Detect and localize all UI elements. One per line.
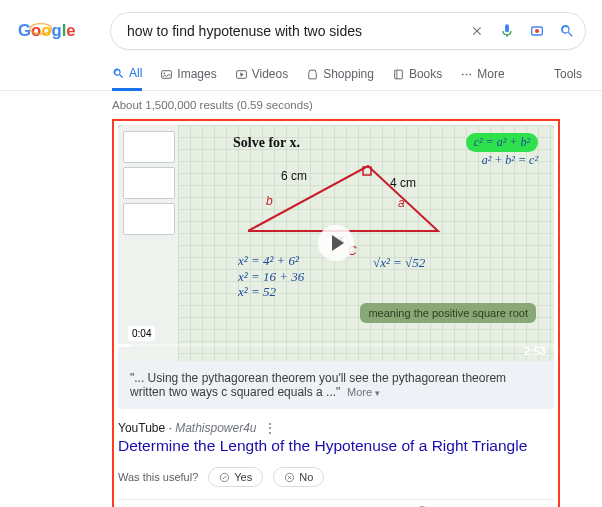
source-author: Mathispower4u	[175, 421, 256, 435]
lens-icon[interactable]	[529, 23, 545, 39]
more-link[interactable]: More	[347, 386, 380, 398]
svg-point-3	[535, 29, 539, 33]
search-tabs: All Images Videos Shopping Books More To…	[0, 58, 602, 91]
svg-point-9	[462, 73, 464, 75]
tools-link[interactable]: Tools	[554, 59, 582, 89]
progress-bar[interactable]	[118, 344, 554, 347]
tab-books[interactable]: Books	[392, 59, 442, 89]
search-box[interactable]	[110, 12, 586, 50]
tab-label: Images	[177, 67, 216, 81]
side-b: b	[266, 195, 273, 207]
current-time-badge: 0:04	[128, 326, 155, 341]
tab-videos[interactable]: Videos	[235, 59, 288, 89]
feedback-row: Was this useful? Yes No	[118, 467, 554, 487]
svg-point-11	[470, 73, 472, 75]
search-input[interactable]	[125, 22, 463, 40]
slide-thumb	[123, 131, 175, 163]
tab-label: Shopping	[323, 67, 374, 81]
result-source: YouTube · Mathispower4u ⋮	[118, 421, 554, 435]
svg-point-5	[164, 72, 166, 74]
math-work: x² = 4² + 6² x² = 16 + 36 x² = 52	[238, 253, 304, 300]
x-circle-icon	[284, 472, 295, 483]
svg-point-10	[466, 73, 468, 75]
video-preview[interactable]: Solve for x. c² = a² + b² a² + b² = c² 6…	[118, 125, 554, 361]
result-title-link[interactable]: Determine the Length of the Hypotenuse o…	[118, 437, 554, 455]
sqrt-step: √x² = √52	[373, 255, 425, 271]
tab-label: More	[477, 67, 504, 81]
featured-snippet: Solve for x. c² = a² + b² a² + b² = c² 6…	[112, 119, 560, 507]
google-logo[interactable]: Google	[18, 17, 88, 45]
slide-thumb	[123, 167, 175, 199]
tab-label: Videos	[252, 67, 288, 81]
snippet-text: "... Using the pythagorean theorem you'l…	[118, 361, 554, 409]
tab-more[interactable]: More	[460, 59, 504, 89]
result-stats: About 1,500,000 results (0.59 seconds)	[112, 99, 560, 111]
formula-sub: a² + b² = c²	[482, 153, 538, 168]
play-icon[interactable]	[318, 225, 354, 261]
kebab-icon[interactable]: ⋮	[264, 421, 276, 435]
slide-thumb	[123, 203, 175, 235]
tab-images[interactable]: Images	[160, 59, 216, 89]
useful-label: Was this useful?	[118, 471, 198, 483]
tab-shopping[interactable]: Shopping	[306, 59, 374, 89]
svg-rect-7	[395, 70, 403, 79]
tab-label: All	[129, 66, 142, 80]
side-6cm: 6 cm	[281, 170, 307, 182]
clear-icon[interactable]	[469, 23, 485, 39]
tools-label: Tools	[554, 67, 582, 81]
duration-label: 2:53	[524, 345, 546, 357]
feedback-yes-button[interactable]: Yes	[208, 467, 263, 487]
about-featured-snippets[interactable]: ? About Featured Snippets	[118, 499, 554, 507]
feedback-no-button[interactable]: No	[273, 467, 324, 487]
checkmark-circle-icon	[219, 472, 230, 483]
formula-highlight: c² = a² + b²	[466, 133, 538, 152]
tab-all[interactable]: All	[112, 58, 142, 91]
caption-bubble: meaning the positive square root	[360, 303, 536, 323]
source-site: YouTube	[118, 421, 165, 435]
solve-label: Solve for x.	[233, 135, 300, 151]
tab-label: Books	[409, 67, 442, 81]
mic-icon[interactable]	[499, 23, 515, 39]
side-a: a	[398, 197, 405, 209]
side-4cm: 4 cm	[390, 177, 416, 189]
search-icon[interactable]	[559, 23, 575, 39]
